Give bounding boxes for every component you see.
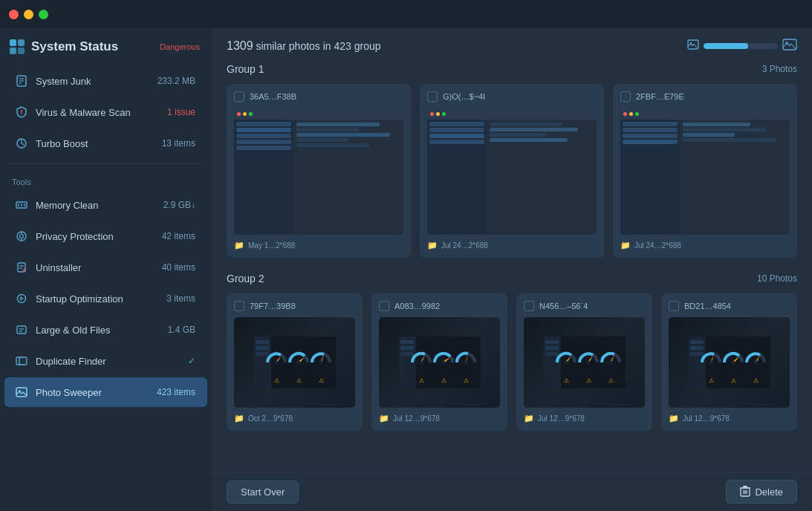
sidebar-item-system-junk[interactable]: System Junk 233.2 MB — [4, 66, 207, 96]
photo-filename: A083…9982 — [394, 302, 440, 310]
group-1-count: 3 Photos — [762, 64, 797, 74]
privacy-icon — [13, 228, 30, 244]
photo-checkbox[interactable] — [669, 301, 679, 311]
minimize-button[interactable] — [24, 10, 33, 19]
svg-rect-65 — [545, 340, 559, 344]
svg-rect-14 — [24, 204, 25, 206]
group-1-header: Group 1 3 Photos — [227, 63, 797, 75]
close-button[interactable] — [9, 10, 19, 19]
sidebar-item-large-old-files[interactable]: Large & Old Files 1.4 GB — [4, 315, 207, 345]
svg-rect-13 — [21, 204, 22, 206]
gauge-chart: ⚠ ⚠ ⚠ — [399, 336, 481, 388]
photo-filename: 79F7…39B8 — [250, 302, 296, 310]
photo-card: 36A5…F38B — [227, 84, 411, 258]
folder-icon: 📁 — [379, 414, 389, 423]
photo-card-header: G)O(…$~4I — [427, 91, 597, 102]
photo-small-icon — [687, 39, 699, 52]
maximize-button[interactable] — [39, 10, 48, 19]
svg-rect-68 — [561, 336, 626, 388]
sidebar-item-label: Duplicate Finder — [36, 356, 188, 367]
sidebar-item-virus-malware[interactable]: Virus & Malware Scan 1 issue — [4, 97, 207, 127]
sidebar-item-label: Photo Sweeper — [36, 387, 157, 398]
sidebar-item-value: 2.9 GB↓ — [163, 200, 195, 210]
photo-icon — [13, 384, 30, 400]
sidebar-item-value: 1.4 GB — [168, 325, 195, 335]
trash-icon — [740, 486, 750, 498]
content-header: 1309 similar photos in 423 group — [212, 28, 812, 60]
svg-rect-54 — [416, 336, 481, 388]
svg-text:⚠: ⚠ — [418, 377, 423, 384]
svg-point-58 — [441, 361, 445, 365]
svg-rect-29 — [19, 357, 27, 365]
photo-large-icon — [782, 39, 797, 53]
sidebar-item-turbo-boost[interactable]: Turbo Boost 13 items — [4, 128, 207, 158]
svg-rect-51 — [400, 340, 414, 344]
shield-icon — [13, 104, 30, 120]
photo-path: May 1…2*688 — [248, 241, 295, 250]
svg-rect-79 — [690, 340, 704, 344]
startup-icon — [13, 290, 30, 307]
content-scroll[interactable]: Group 1 3 Photos 36A5…F38B — [212, 60, 812, 472]
group-2-count: 10 Photos — [757, 273, 797, 284]
svg-rect-52 — [400, 346, 414, 350]
photo-footer: 📁 May 1…2*688 — [234, 241, 403, 250]
sidebar-item-value: 423 items — [157, 387, 195, 397]
photo-thumbnail: ⚠ ⚠ ⚠ — [234, 317, 355, 408]
main-container: System Status Dangerous System Junk 233.… — [0, 28, 812, 511]
group-2-header: Group 2 10 Photos — [227, 273, 797, 284]
photo-checkbox[interactable] — [524, 301, 534, 311]
boost-icon — [13, 135, 30, 152]
svg-rect-30 — [16, 388, 27, 397]
photo-thumbnail: ⚠ ⚠ ⚠ — [379, 317, 500, 408]
photo-thumbnail: ⚠ ⚠ ⚠ — [524, 317, 645, 408]
sidebar-item-photo-sweeper[interactable]: Photo Sweeper 423 items — [4, 377, 207, 407]
delete-label: Delete — [755, 486, 783, 498]
svg-text:⚠: ⚠ — [463, 377, 468, 384]
sidebar-item-memory-clean[interactable]: Memory Clean 2.9 GB↓ — [4, 190, 207, 220]
progress-bar-container — [687, 39, 797, 53]
group-2: Group 2 10 Photos 79F7…39B8 — [227, 273, 797, 431]
sidebar-item-uninstaller[interactable]: Uninstaller 40 items — [4, 253, 207, 282]
progress-bar-fill — [704, 43, 748, 49]
start-over-button[interactable]: Start Over — [227, 481, 299, 504]
svg-text:⚠: ⚠ — [441, 377, 446, 384]
svg-point-42 — [274, 361, 278, 365]
photo-checkbox[interactable] — [620, 91, 631, 102]
sidebar-item-label: Turbo Boost — [36, 138, 162, 149]
sidebar-header-left: System Status — [9, 39, 118, 55]
photo-footer: 📁 Jul 12…9*678 — [379, 414, 500, 423]
svg-text:⚠: ⚠ — [585, 377, 591, 384]
sidebar-item-value: 42 items — [162, 231, 195, 241]
svg-text:⚠: ⚠ — [608, 377, 613, 384]
svg-point-84 — [709, 361, 712, 365]
system-status-icon — [9, 39, 25, 55]
svg-text:⚠: ⚠ — [753, 377, 758, 384]
delete-button[interactable]: Delete — [726, 480, 797, 504]
photo-checkbox[interactable] — [234, 301, 244, 311]
photo-card: 79F7…39B8 — [227, 293, 363, 431]
svg-rect-40 — [271, 336, 336, 388]
sidebar-tools-label: Tools — [0, 169, 212, 189]
sidebar: System Status Dangerous System Junk 233.… — [0, 28, 212, 511]
photo-filename: 36A5…F38B — [250, 92, 296, 101]
photo-checkbox[interactable] — [234, 91, 244, 102]
photo-checkbox[interactable] — [427, 91, 438, 102]
photo-path: Oct 2…9*678 — [248, 414, 293, 423]
content-title: 1309 similar photos in 423 group — [227, 39, 381, 53]
junk-icon — [13, 73, 30, 89]
svg-rect-3 — [18, 48, 25, 54]
photo-card-header: N456…–56`4 — [524, 301, 645, 311]
photo-footer: 📁 Jul 12…9*678 — [669, 414, 790, 423]
sidebar-item-privacy-protection[interactable]: Privacy Protection 42 items — [4, 221, 207, 251]
photo-checkbox[interactable] — [379, 301, 389, 311]
photo-footer: 📁 Oct 2…9*678 — [234, 414, 355, 423]
sidebar-item-startup-optimization[interactable]: Startup Optimization 3 items — [4, 284, 207, 313]
group-2-title: Group 2 — [227, 273, 264, 284]
svg-rect-1 — [18, 39, 25, 46]
photo-thumbnail — [620, 108, 790, 235]
gauge-chart: ⚠ ⚠ ⚠ — [689, 336, 770, 388]
sidebar-item-value: 3 items — [166, 293, 195, 304]
svg-rect-82 — [706, 336, 770, 388]
sidebar-item-duplicate-finder[interactable]: Duplicate Finder ✓ — [4, 346, 207, 376]
group-1-title: Group 1 — [227, 63, 264, 75]
